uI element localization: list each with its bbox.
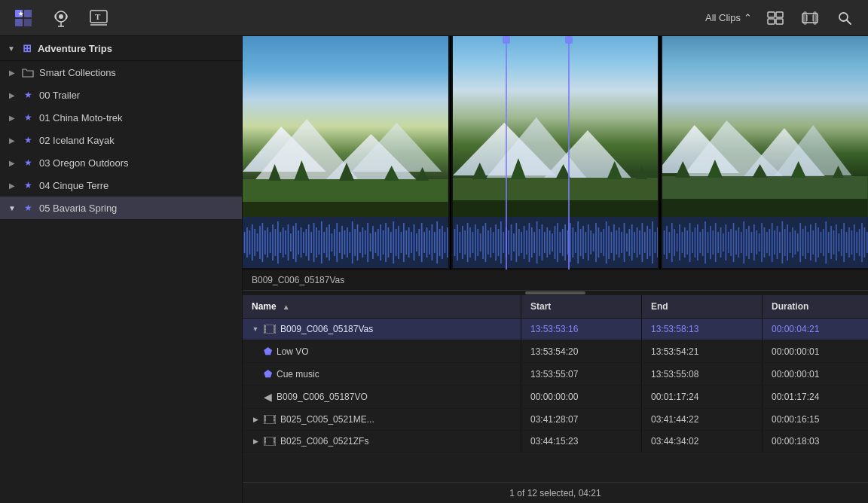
th-duration[interactable]: Duration <box>763 295 868 318</box>
svg-rect-167 <box>559 232 561 253</box>
table-row[interactable]: ▶ ◀ B009_C006_05187VO 00:00:00:00 00:01:… <box>243 386 868 409</box>
folder-icon-smart <box>21 66 35 79</box>
svg-rect-107 <box>429 230 430 255</box>
th-start[interactable]: Start <box>521 295 642 318</box>
svg-rect-95 <box>398 226 399 259</box>
svg-rect-44 <box>267 227 268 258</box>
th-end-label: End <box>651 301 668 312</box>
svg-rect-268 <box>792 227 793 258</box>
expand-arrow-03: ▶ <box>8 158 17 167</box>
svg-rect-243 <box>728 232 729 253</box>
svg-rect-218 <box>664 230 665 255</box>
titles-icon[interactable]: T <box>87 7 110 29</box>
mountain-svg-1 <box>243 111 448 217</box>
svg-text:T: T <box>95 12 101 21</box>
start-text: 13:53:54:20 <box>530 346 578 357</box>
svg-rect-96 <box>401 232 402 253</box>
svg-rect-163 <box>549 230 550 255</box>
sidebar-item-05-bavaria[interactable]: ▼ ★ 05 Bavaria Spring <box>0 197 242 219</box>
row-expand-triangle-5[interactable]: ▶ <box>252 416 259 423</box>
audio-icon[interactable] <box>50 7 72 29</box>
smart-collections-label: Smart Collections <box>39 67 116 78</box>
svg-rect-78 <box>354 229 356 256</box>
svg-rect-284 <box>833 230 835 255</box>
sidebar-item-01-china[interactable]: ▶ ★ 01 China Moto-trek <box>0 106 242 129</box>
svg-rect-41 <box>259 226 261 259</box>
svg-rect-168 <box>562 229 564 256</box>
th-end[interactable]: End <box>642 295 763 318</box>
svg-rect-187 <box>610 232 612 253</box>
svg-rect-211 <box>662 199 868 217</box>
table-row[interactable]: ⬟ Low VO 13:53:54:20 13:53:54:21 00:00:0… <box>243 340 868 363</box>
svg-rect-113 <box>445 232 446 253</box>
svg-rect-272 <box>802 229 804 256</box>
th-name[interactable]: Name ▲ <box>243 295 521 318</box>
td-end: 03:41:44:22 <box>642 409 763 430</box>
table-row[interactable]: ⬟ Cue music 13:53:55:07 13:53:55:08 00:0… <box>243 363 868 386</box>
svg-rect-91 <box>388 227 390 258</box>
star-icon-04: ★ <box>21 178 35 192</box>
svg-rect-202 <box>649 229 650 256</box>
svg-rect-133 <box>472 232 473 253</box>
svg-rect-101 <box>414 224 415 261</box>
svg-rect-260 <box>772 223 773 262</box>
svg-rect-312 <box>274 416 275 418</box>
svg-rect-269 <box>795 230 796 255</box>
svg-rect-294 <box>859 229 860 256</box>
video-clip-3[interactable] <box>662 36 868 270</box>
svg-rect-190 <box>619 227 620 258</box>
video-clip-2[interactable] <box>453 36 659 270</box>
svg-rect-28 <box>243 202 448 217</box>
sidebar-item-04-cinque[interactable]: ▶ ★ 04 Cinque Terre <box>0 174 242 197</box>
svg-rect-136 <box>479 233 481 252</box>
film-icon-5 <box>264 415 276 424</box>
svg-rect-89 <box>383 230 384 255</box>
end-text: 03:44:34:02 <box>651 436 698 447</box>
scroll-thumb[interactable] <box>525 291 585 294</box>
svg-rect-146 <box>506 227 507 258</box>
expand-library-arrow[interactable]: ▼ <box>8 44 15 53</box>
svg-rect-255 <box>759 233 760 252</box>
filmstrip-icon[interactable] <box>799 7 821 29</box>
svg-rect-317 <box>264 437 266 440</box>
svg-rect-191 <box>621 232 622 253</box>
svg-rect-70 <box>334 229 335 256</box>
sidebar-item-02-iceland[interactable]: ▶ ★ 02 Iceland Kayak <box>0 129 242 151</box>
table-row[interactable]: ▶ B025_C006_0521ZFs 03: <box>243 431 868 453</box>
search-icon[interactable] <box>833 7 856 29</box>
expand-arrow-01: ▶ <box>8 113 17 122</box>
table-row[interactable]: ▼ <box>243 319 868 340</box>
sidebar-item-smart-collections[interactable]: ▶ Smart Collections <box>0 61 242 84</box>
table-row[interactable]: ▶ B025_C005_0521ME... 0 <box>243 409 868 431</box>
film-icon <box>264 325 276 334</box>
row-expand-triangle[interactable]: ▼ <box>252 325 259 333</box>
svg-rect-45 <box>270 232 271 253</box>
svg-rect-93 <box>393 221 394 264</box>
td-duration: 00:00:18:03 <box>763 431 868 452</box>
start-text: 00:00:00:00 <box>530 392 578 402</box>
svg-rect-263 <box>779 232 781 253</box>
libraries-icon[interactable]: ★ <box>12 7 35 29</box>
td-end: 13:53:55:08 <box>642 363 763 385</box>
view-toggle-icon[interactable] <box>764 7 787 29</box>
all-clips-button[interactable]: All Clips ⌃ <box>705 12 752 23</box>
row-expand-triangle-6[interactable]: ▶ <box>252 437 259 445</box>
svg-rect-281 <box>826 221 827 264</box>
video-clip-2-image <box>453 36 659 217</box>
video-preview-area[interactable] <box>243 36 868 270</box>
svg-rect-223 <box>677 233 678 252</box>
sidebar-item-03-oregon[interactable]: ▶ ★ 03 Oregon Outdoors <box>0 151 242 174</box>
td-start: 13:53:53:16 <box>521 319 642 340</box>
library-header[interactable]: ▼ ⊞ Adventure Trips <box>0 36 242 61</box>
svg-rect-180 <box>592 233 594 252</box>
svg-rect-148 <box>510 224 512 261</box>
sidebar: ▼ ⊞ Adventure Trips ▶ Smart Collections … <box>0 36 243 503</box>
svg-rect-224 <box>679 224 680 261</box>
mountain-svg-2 <box>453 111 659 217</box>
svg-rect-279 <box>821 232 822 253</box>
svg-rect-59 <box>306 229 307 256</box>
svg-rect-57 <box>301 227 302 258</box>
svg-rect-52 <box>288 224 289 261</box>
video-clip-1[interactable] <box>243 36 448 270</box>
sidebar-item-00-trailer[interactable]: ▶ ★ 00 Trailer <box>0 84 242 106</box>
